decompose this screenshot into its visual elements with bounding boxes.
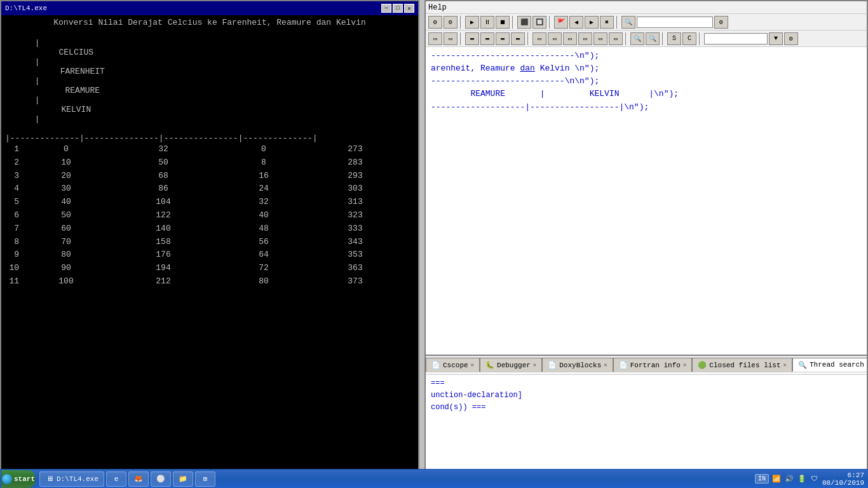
row-reamure: 0 <box>214 143 314 156</box>
tb-btn-3[interactable]: ▶ <box>465 16 479 29</box>
shape-btn-3[interactable]: ▬ <box>465 32 479 45</box>
header-separator: |--------------|---------------|--------… <box>5 133 414 143</box>
shape-btn-12[interactable]: ▭ <box>609 32 623 45</box>
taskbar-item-ms[interactable]: ⊞ <box>195 471 215 487</box>
taskbar-item-chrome[interactable]: ⚪ <box>151 471 171 487</box>
row-kelvin: 333 <box>314 222 397 236</box>
debugger-close[interactable]: ✕ <box>533 362 536 369</box>
row-kelvin: 353 <box>314 248 397 262</box>
row-farenheit: 140 <box>113 222 214 236</box>
thread-search-icon: 🔍 <box>798 361 807 369</box>
ide-bottom-panel: 📄 Cscope ✕ 🐛 Debugger ✕ 📄 DoxyBlocks ✕ 📄… <box>426 355 867 469</box>
close-button[interactable]: ✕ <box>404 4 414 13</box>
start-button[interactable]: start <box>1 470 36 488</box>
row-reamure: 80 <box>214 275 314 288</box>
tb-btn-5[interactable]: ⏹ <box>496 16 510 29</box>
bookmark-clear-btn[interactable]: ✖ <box>600 16 614 29</box>
debugger-icon: 🐛 <box>485 361 494 369</box>
bookmark-prev-btn[interactable]: ◀ <box>569 16 583 29</box>
closed-files-close[interactable]: ✕ <box>783 362 787 369</box>
restore-button[interactable]: □ <box>393 4 403 13</box>
fortran-close[interactable]: ✕ <box>683 362 686 369</box>
taskbar-items: 🖥 D:\TL4.exe e 🦊 ⚪ 📁 ⊞ <box>39 471 755 487</box>
row-farenheit: 86 <box>113 182 214 196</box>
time-display: 6:27 <box>822 471 864 479</box>
tab-debugger-label: Debugger <box>497 362 531 369</box>
tb-btn-7[interactable]: 🔲 <box>532 16 546 29</box>
cscope-close[interactable]: ✕ <box>471 362 474 369</box>
table-row: 5 40 104 32 313 <box>5 196 414 209</box>
shape-btn-10[interactable]: ▭ <box>578 32 592 45</box>
row-kelvin: 293 <box>314 170 397 183</box>
tb-sep-6 <box>527 32 530 45</box>
taskbar-item-explorer[interactable]: 📁 <box>173 471 193 487</box>
tb-btn-6[interactable]: ⬛ <box>517 16 531 29</box>
doxyblocks-close[interactable]: ✕ <box>604 362 607 369</box>
tb-input-2[interactable] <box>704 33 768 44</box>
cscope-icon: 📄 <box>431 361 440 369</box>
row-celcius: 90 <box>19 262 113 275</box>
tab-doxyblocks[interactable]: 📄 DoxyBlocks ✕ <box>542 358 613 372</box>
zoom-out-btn[interactable]: 🔍 <box>630 32 644 45</box>
taskbar-item-terminal[interactable]: 🖥 D:\TL4.exe <box>39 471 104 487</box>
bookmark-btn[interactable]: 🚩 <box>554 16 568 29</box>
shape-btn-8[interactable]: ▭ <box>548 32 562 45</box>
tab-fortran-info[interactable]: 📄 Fortran info ✕ <box>613 358 693 372</box>
tb-settings-btn[interactable]: ⚙ <box>714 16 728 29</box>
terminal-window-controls: ─ □ ✕ <box>381 4 414 13</box>
shape-btn-1[interactable]: ▭ <box>428 32 442 45</box>
shape-btn-6[interactable]: ▬ <box>511 32 525 45</box>
tb-dropdown-btn[interactable]: ▼ <box>769 32 783 45</box>
row-kelvin: 303 <box>314 182 397 196</box>
tb-settings2-btn[interactable]: ⚙ <box>784 32 798 45</box>
s-btn[interactable]: S <box>667 32 681 45</box>
c-btn[interactable]: C <box>682 32 696 45</box>
tb-search-btn[interactable]: 🔍 <box>621 16 635 29</box>
tb-sep-4 <box>616 16 619 29</box>
tab-debugger[interactable]: 🐛 Debugger ✕ <box>480 358 542 372</box>
tab-closed-files[interactable]: 🟢 Closed files list ✕ <box>692 358 792 372</box>
terminal-window: D:\TL4.exe ─ □ ✕ Konversi Nilai Derajat … <box>0 0 419 470</box>
row-reamure: 24 <box>214 182 314 196</box>
row-farenheit: 104 <box>113 196 214 209</box>
menu-help[interactable]: Help <box>428 3 447 12</box>
shape-btn-2[interactable]: ▭ <box>444 32 458 45</box>
bookmark-next-btn[interactable]: ▶ <box>585 16 599 29</box>
shape-btn-7[interactable]: ▭ <box>532 32 546 45</box>
closed-files-icon: 🟢 <box>698 361 707 369</box>
tab-cscope[interactable]: 📄 Cscope ✕ <box>426 358 480 372</box>
bottom-line-3: unction-declaration] <box>431 390 862 402</box>
tab-fortran-label: Fortran info <box>630 362 681 369</box>
row-num: 4 <box>5 182 19 196</box>
taskbar-item-firefox[interactable]: 🦊 <box>128 471 149 487</box>
table-row: 2 10 50 8 283 <box>5 156 414 170</box>
taskbar-item-ie[interactable]: e <box>106 471 126 487</box>
start-orb <box>2 474 12 484</box>
tb-btn-2[interactable]: ⚙ <box>444 16 458 29</box>
explorer-icon: 📁 <box>179 475 187 484</box>
shape-btn-11[interactable]: ▭ <box>593 32 607 45</box>
tb-sep-9 <box>699 32 702 45</box>
system-clock[interactable]: 6:27 08/10/2019 <box>822 471 864 487</box>
shape-btn-5[interactable]: ▬ <box>496 32 510 45</box>
tb-search-input[interactable] <box>637 17 713 28</box>
tb-btn-1[interactable]: ⚙ <box>428 16 442 29</box>
chrome-icon: ⚪ <box>156 475 165 484</box>
tb-btn-4[interactable]: ⏸ <box>480 16 494 29</box>
tab-thread-search[interactable]: 🔍 Thread search <box>792 358 867 372</box>
language-indicator[interactable]: IN <box>755 474 769 484</box>
start-label: start <box>14 475 35 483</box>
shape-btn-4[interactable]: ▬ <box>480 32 494 45</box>
row-kelvin: 313 <box>314 196 397 209</box>
minimize-button[interactable]: ─ <box>381 4 391 13</box>
shape-btn-9[interactable]: ▭ <box>563 32 577 45</box>
row-kelvin: 283 <box>314 156 397 170</box>
ide-tabs: 📄 Cscope ✕ 🐛 Debugger ✕ 📄 DoxyBlocks ✕ 📄… <box>426 356 867 372</box>
ide-toolbar-1: ⚙ ⚙ ▶ ⏸ ⏹ ⬛ 🔲 🚩 ◀ ▶ ✖ 🔍 ⚙ <box>426 14 867 30</box>
firefox-icon: 🦊 <box>134 475 143 484</box>
row-reamure: 72 <box>214 262 314 275</box>
col-farenheit-header: FARENHEIT <box>35 67 130 76</box>
zoom-in-btn[interactable]: 🔍 <box>646 32 660 45</box>
data-table: 1 0 32 0 273 2 10 50 8 283 3 20 68 16 29… <box>5 143 414 288</box>
table-row: 11 100 212 80 373 <box>5 275 414 288</box>
